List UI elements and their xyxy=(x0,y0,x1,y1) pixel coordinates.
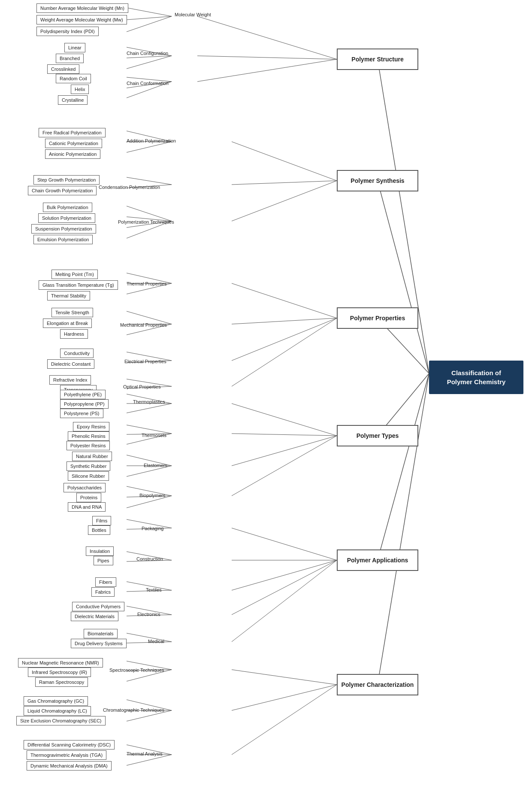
svg-line-47 xyxy=(127,404,172,413)
svg-line-9 xyxy=(127,16,172,32)
svg-line-10 xyxy=(197,56,337,59)
svg-line-18 xyxy=(232,142,337,181)
group-packaging: Packaging xyxy=(142,526,163,531)
leaf-pdi: Polydispersity Index (PDI) xyxy=(36,27,99,36)
svg-line-26 xyxy=(127,206,172,221)
group-chain-config: Chain Configuration xyxy=(127,51,168,56)
leaf-emulsion: Emulsion Polymerization xyxy=(33,235,93,244)
leaf-crosslinked: Crosslinked xyxy=(47,64,79,74)
leaf-tga: Thermogravimetric Analysis (TGA) xyxy=(27,750,106,760)
group-mechanical-props: Mechanical Properties xyxy=(120,322,167,328)
leaf-fibers: Fibers xyxy=(95,577,116,587)
group-electrical-props: Electrical Properties xyxy=(124,359,166,364)
group-thermal-props: Thermal Properties xyxy=(127,281,167,286)
leaf-drug-delivery: Drug Delivery Systems xyxy=(71,639,127,648)
svg-line-38 xyxy=(232,318,337,361)
leaf-mn: Number Average Molecular Weight (Mn) xyxy=(36,3,128,13)
group-medical: Medical xyxy=(148,639,164,644)
svg-line-83 xyxy=(232,685,337,755)
group-molecular-weight: Molecular Weight xyxy=(175,12,211,17)
svg-line-75 xyxy=(232,670,337,685)
leaf-dma: Dynamic Mechanical Analysis (DMA) xyxy=(27,761,112,771)
leaf-proteins: Proteins xyxy=(76,493,101,502)
section-polymer-types: Polymer Types xyxy=(337,425,418,446)
group-electronics: Electronics xyxy=(137,612,160,617)
leaf-chain-growth: Chain Growth Polymerization xyxy=(28,186,97,195)
leaf-branched: Branched xyxy=(56,54,84,63)
leaf-lc: Liquid Chromatography (LC) xyxy=(24,706,91,716)
svg-line-52 xyxy=(232,436,337,466)
leaf-phenolic: Phenolic Resins xyxy=(68,431,109,441)
svg-line-23 xyxy=(127,177,172,185)
svg-line-60 xyxy=(232,528,337,560)
leaf-dielectric: Dielectric Constant xyxy=(47,359,94,369)
leaf-insulation: Insulation xyxy=(86,546,114,556)
leaf-thermal-stability: Thermal Stability xyxy=(47,291,90,300)
mind-map: Classification of Polymer Chemistry Poly… xyxy=(0,0,532,795)
leaf-ir: Infrared Spectroscopy (IR) xyxy=(28,668,91,677)
svg-line-14 xyxy=(197,59,337,82)
svg-line-79 xyxy=(232,685,337,710)
group-addition-poly: Addition Polymerization xyxy=(127,138,176,143)
leaf-bottles: Bottles xyxy=(88,525,110,535)
svg-line-56 xyxy=(232,436,337,496)
svg-line-69 xyxy=(232,560,337,615)
leaf-step-growth: Step Growth Polymerization xyxy=(33,175,100,185)
group-construction: Construction xyxy=(136,556,163,561)
leaf-polysaccharides: Polysaccharides xyxy=(63,483,106,492)
leaf-hardness: Hardness xyxy=(60,329,88,339)
group-chromatographic: Chromatographic Techniques xyxy=(103,707,164,713)
leaf-fabrics: Fabrics xyxy=(91,587,115,597)
leaf-dielectric-materials: Dielectric Materials xyxy=(71,612,118,621)
group-optical-props: Optical Properties xyxy=(123,384,160,389)
leaf-solution: Solution Polymerization xyxy=(38,213,95,223)
leaf-linear: Linear xyxy=(64,43,85,52)
leaf-synthetic-rubber: Synthetic Rubber xyxy=(66,461,110,471)
leaf-conductivity: Conductivity xyxy=(60,349,94,358)
svg-line-5 xyxy=(378,373,429,685)
leaf-natural-rubber: Natural Rubber xyxy=(72,452,112,461)
leaf-conductive-poly: Conductive Polymers xyxy=(72,602,124,611)
group-biopolymers: Biopolymers xyxy=(139,493,166,498)
svg-line-34 xyxy=(232,318,337,324)
leaf-glass-transition: Glass Transition Temperature (Tg) xyxy=(39,280,118,290)
group-condensation-poly: Condensation Polymerization xyxy=(99,185,160,190)
leaf-films: Films xyxy=(92,516,111,525)
group-textiles: Textiles xyxy=(146,587,162,592)
group-spectroscopic: Spectroscopic Techniques xyxy=(109,668,164,673)
leaf-refractive-index: Refractive Index xyxy=(49,375,91,385)
leaf-biomaterials: Biomaterials xyxy=(84,629,118,638)
svg-line-48 xyxy=(232,434,337,436)
section-polymer-applications: Polymer Applications xyxy=(337,549,418,571)
svg-line-25 xyxy=(232,181,337,221)
group-poly-techniques: Polymerization Techniques xyxy=(118,219,174,225)
leaf-dsc: Differential Scanning Calorimetry (DSC) xyxy=(24,740,115,749)
group-thermosets: Thermosets xyxy=(142,433,166,438)
leaf-helix: Helix xyxy=(71,85,89,94)
leaf-dna-rna: DNA and RNA xyxy=(68,502,106,512)
svg-line-44 xyxy=(232,404,337,436)
leaf-elongation: Elongation at Break xyxy=(43,319,92,328)
leaf-raman: Raman Spectroscopy xyxy=(35,677,88,687)
leaf-silicone-rubber: Silicone Rubber xyxy=(68,471,109,481)
section-polymer-synthesis: Polymer Synthesis xyxy=(337,170,418,191)
leaf-pp: Polypropylene (PP) xyxy=(60,399,109,409)
group-chain-conform: Chain Conformation xyxy=(127,81,169,86)
svg-line-1 xyxy=(378,181,429,373)
leaf-mw: Weight Average Molecular Weight (Mw) xyxy=(36,15,127,24)
group-thermoplastics: Thermoplastics xyxy=(133,399,165,404)
leaf-sec: Size Exclusion Chromatography (SEC) xyxy=(16,716,106,725)
leaf-random-coil: Random Coil xyxy=(56,74,91,83)
svg-line-22 xyxy=(232,181,337,185)
leaf-cationic: Cationic Polymerization xyxy=(45,139,102,148)
leaf-gc: Gas Chromatography (GC) xyxy=(24,696,88,706)
leaf-crystalline: Crystalline xyxy=(58,95,88,105)
svg-line-41 xyxy=(232,318,337,386)
leaf-suspension: Suspension Polymerization xyxy=(31,224,96,234)
leaf-pe: Polyethylene (PE) xyxy=(60,390,106,399)
group-elastomers: Elastomers xyxy=(144,463,167,468)
group-thermal-analysis: Thermal Analysis xyxy=(127,751,163,756)
section-polymer-characterization: Polymer Characterization xyxy=(337,674,418,695)
svg-line-49 xyxy=(127,425,172,434)
svg-line-6 xyxy=(197,16,337,59)
